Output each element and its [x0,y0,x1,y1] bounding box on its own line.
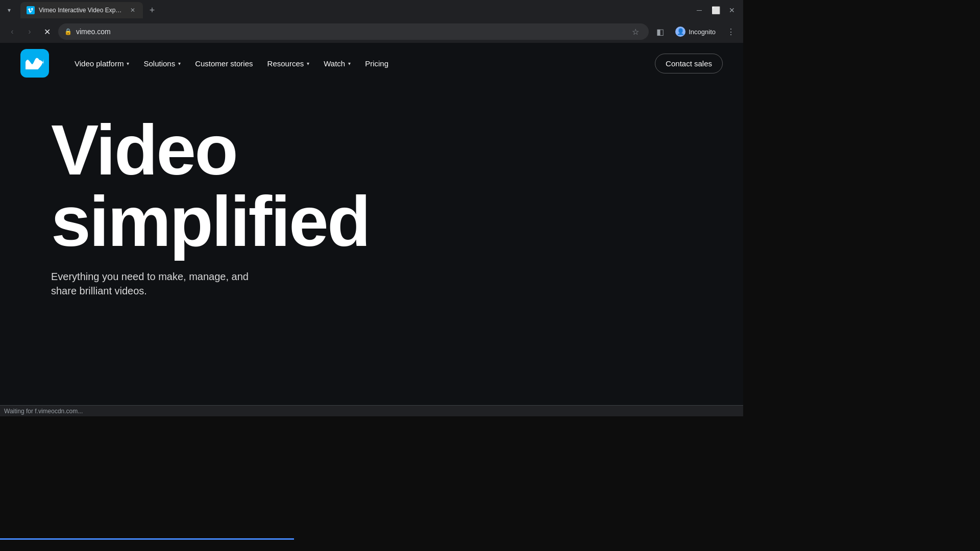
chevron-down-icon: ▾ [178,61,181,66]
tab-title: Vimeo Interactive Video Experi... [39,7,125,14]
chevron-down-icon: ▾ [348,61,351,66]
contact-sales-button[interactable]: Contact sales [655,54,723,73]
minimize-button[interactable]: ─ [692,3,706,17]
nav-item-pricing[interactable]: Pricing [358,55,396,72]
address-bar-row: ‹ › ✕ 🔒 vimeo.com ☆ ◧ 👤 Incognito ⋮ [0,20,743,43]
profile-icon: 👤 [675,27,685,37]
nav-item-video-platform[interactable]: Video platform ▾ [67,55,136,72]
nav-item-solutions[interactable]: Solutions ▾ [136,55,188,72]
contact-sales-label: Contact sales [666,59,712,68]
url-text: vimeo.com [76,28,624,36]
nav-links: Video platform ▾ Solutions ▾ Customer st… [67,55,655,72]
vimeo-logo[interactable] [20,49,49,78]
close-button[interactable]: ✕ [725,3,739,17]
nav-item-watch[interactable]: Watch ▾ [316,55,358,72]
status-text: Waiting for f.vimeocdn.com... [4,408,83,415]
chevron-down-icon: ▾ [307,61,309,66]
tab-close-button[interactable]: ✕ [129,6,137,14]
active-tab[interactable]: Vimeo Interactive Video Experi... ✕ [20,2,143,18]
nav-right: Contact sales [655,54,723,73]
lock-icon: 🔒 [64,28,72,35]
sidebar-button[interactable]: ◧ [652,23,668,40]
address-nav-controls: ‹ › ✕ [4,23,55,40]
new-tab-button[interactable]: + [145,3,159,17]
website-content: Video platform ▾ Solutions ▾ Customer st… [0,43,743,405]
nav-label-customer-stories: Customer stories [195,59,253,68]
forward-button[interactable]: › [21,23,38,40]
hero-subtext: Everything you need to make, manage, and… [51,269,276,298]
tab-favicon [27,6,35,14]
hero-heading: Video simplified [51,114,723,257]
tab-bar: ▾ Vimeo Interactive Video Experi... ✕ + … [0,0,743,20]
nav-item-resources[interactable]: Resources ▾ [260,55,317,72]
address-bar[interactable]: 🔒 vimeo.com ☆ [58,23,649,40]
browser-chrome: ▾ Vimeo Interactive Video Experi... ✕ + … [0,0,743,43]
restore-button[interactable]: ⬜ [708,3,723,17]
bookmark-button[interactable]: ☆ [628,24,643,39]
back-button[interactable]: ‹ [4,23,20,40]
status-bar: Waiting for f.vimeocdn.com... [0,405,743,416]
hero-heading-line1: Video [51,110,237,190]
profile-button[interactable]: 👤 Incognito [671,24,720,39]
extensions-button[interactable]: ⋮ [723,23,739,40]
nav-label-resources: Resources [267,59,304,68]
tab-list-button[interactable]: ▾ [4,5,14,15]
hero-heading-line2: simplified [51,181,369,261]
hero-section: Video simplified Everything you need to … [0,84,743,298]
profile-label: Incognito [689,28,716,36]
nav-label-watch: Watch [324,59,345,68]
site-navigation: Video platform ▾ Solutions ▾ Customer st… [0,43,743,84]
chevron-down-icon: ▾ [127,61,129,66]
nav-label-pricing: Pricing [365,59,388,68]
tab-navigation: ▾ [4,5,16,15]
nav-label-video-platform: Video platform [75,59,124,68]
nav-item-customer-stories[interactable]: Customer stories [188,55,260,72]
nav-label-solutions: Solutions [143,59,175,68]
window-controls: ─ ⬜ ✕ [692,3,739,17]
reload-button[interactable]: ✕ [39,23,55,40]
